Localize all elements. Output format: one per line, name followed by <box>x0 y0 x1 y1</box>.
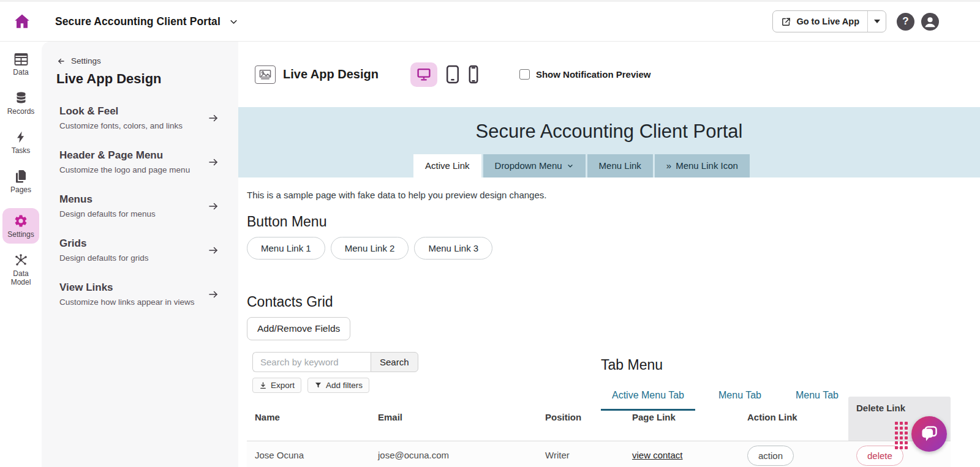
caret-down-icon <box>874 20 880 23</box>
nav-item-tasks[interactable]: Tasks <box>2 130 39 155</box>
page-menu-dropdown[interactable]: Dropdown Menu <box>483 154 586 177</box>
settings-item-title: Header & Page Menu <box>59 149 190 162</box>
device-desktop-button[interactable] <box>410 62 437 87</box>
device-toggle-group <box>410 62 479 87</box>
add-remove-fields-button[interactable]: Add/Remove Fields <box>247 317 350 340</box>
settings-item-title: View Links <box>59 282 195 294</box>
nav-item-pages[interactable]: Pages <box>2 169 39 194</box>
go-to-live-app-button[interactable]: Go to Live App <box>773 11 867 32</box>
preview-toolbar: Live App Design <box>238 42 980 107</box>
user-avatar-button[interactable] <box>921 13 939 31</box>
settings-item-grids[interactable]: Grids Design defaults for grids <box>59 237 225 263</box>
tab-menu: Active Menu Tab Menu Tab Menu Tab <box>601 390 944 411</box>
cell-position: Writer <box>545 441 632 467</box>
nav-item-data-model[interactable]: Data Model <box>2 253 39 286</box>
desktop-icon <box>416 67 432 82</box>
view-contact-link[interactable]: view contact <box>632 450 683 460</box>
nav-label: Tasks <box>12 146 31 155</box>
settings-item-title: Menus <box>59 193 156 206</box>
show-notification-checkbox[interactable] <box>519 69 530 80</box>
gear-icon <box>13 214 28 228</box>
add-filters-button[interactable]: Add filters <box>307 378 369 393</box>
download-icon <box>259 381 267 390</box>
contacts-grid-heading: Contacts Grid <box>247 294 980 310</box>
tablet-icon <box>445 65 460 84</box>
arrow-right-icon <box>206 245 220 256</box>
nav-label: Data <box>13 68 28 77</box>
external-link-icon <box>781 17 791 27</box>
preview-area: Live App Design <box>238 42 980 467</box>
menu-link-1-button[interactable]: Menu Link 1 <box>247 237 325 260</box>
tab-menu-heading: Tab Menu <box>601 357 944 373</box>
settings-item-look-and-feel[interactable]: Look & Feel Customize fonts, colors, and… <box>59 105 225 130</box>
device-phone-button[interactable] <box>468 65 479 84</box>
chevron-down-icon <box>228 17 239 27</box>
double-chevron-icon: » <box>666 160 671 171</box>
page-menu: Active Link Dropdown Menu Menu Link » Me… <box>413 154 750 177</box>
settings-item-menus[interactable]: Menus Design defaults for menus <box>59 193 225 219</box>
home-button[interactable] <box>12 12 32 31</box>
export-button[interactable]: Export <box>252 378 301 393</box>
menu-tab-label: Active Link <box>425 160 470 171</box>
settings-item-subtitle: Customize how links appear in views <box>59 297 195 307</box>
user-icon <box>921 13 939 31</box>
export-label: Export <box>271 381 295 390</box>
go-to-live-app-split-button: Go to Live App <box>772 10 886 32</box>
settings-item-header-page-menu[interactable]: Header & Page Menu Customize the logo an… <box>59 149 225 174</box>
nav-label: Data Model <box>2 269 39 286</box>
page-menu-link-icon[interactable]: » Menu Link Icon <box>655 154 750 177</box>
search-input[interactable] <box>252 352 371 372</box>
search-button[interactable]: Search <box>371 352 418 372</box>
network-icon <box>13 253 29 267</box>
settings-list: Look & Feel Customize fonts, colors, and… <box>56 105 225 307</box>
show-notification-label: Show Notification Preview <box>536 69 651 80</box>
nav-item-settings[interactable]: Settings <box>2 208 39 244</box>
topbar-actions: Go to Live App ? <box>772 10 980 32</box>
settings-item-title: Grids <box>59 237 149 250</box>
app-root: Secure Accounting Client Portal Go to Li… <box>0 0 980 467</box>
chevron-down-icon <box>567 162 574 170</box>
chat-widget-button[interactable] <box>911 416 947 452</box>
go-to-live-app-label: Go to Live App <box>796 17 859 26</box>
add-filters-label: Add filters <box>326 381 363 390</box>
app-switcher-button[interactable] <box>228 17 239 27</box>
device-tablet-button[interactable] <box>445 65 460 84</box>
tab-menu-tab-2[interactable]: Menu Tab <box>785 390 850 411</box>
menu-tab-label: Menu Link Icon <box>676 160 738 171</box>
back-link-label: Settings <box>71 56 101 65</box>
page-menu-active-link[interactable]: Active Link <box>413 154 481 177</box>
table-icon <box>13 53 29 66</box>
help-button[interactable]: ? <box>897 13 914 31</box>
settings-item-view-links[interactable]: View Links Customize how links appear in… <box>59 282 225 307</box>
column-header-email[interactable]: Email <box>378 398 545 441</box>
menu-link-3-button[interactable]: Menu Link 3 <box>414 237 492 260</box>
menu-tab-label: Dropdown Menu <box>495 160 562 171</box>
panel-title: Live App Design <box>56 71 225 87</box>
back-to-settings-link[interactable]: Settings <box>56 56 225 65</box>
tab-menu-tab-1[interactable]: Menu Tab <box>707 390 772 411</box>
column-drag-handle[interactable] <box>895 422 908 449</box>
cell-email: jose@ocuna.com <box>378 441 545 467</box>
settings-item-subtitle: Customize the logo and page menu <box>59 165 190 174</box>
question-mark-icon: ? <box>902 15 908 28</box>
top-bar: Secure Accounting Client Portal Go to Li… <box>0 0 980 42</box>
action-button[interactable]: action <box>747 446 794 466</box>
go-to-live-app-dropdown-button[interactable] <box>867 11 886 32</box>
menu-link-2-button[interactable]: Menu Link 2 <box>331 237 409 260</box>
cell-name: Jose Ocuna <box>255 441 378 467</box>
home-icon <box>13 12 31 31</box>
nav-item-records[interactable]: Records <box>2 91 39 116</box>
button-menu: Menu Link 1 Menu Link 2 Menu Link 3 <box>247 237 980 260</box>
page-menu-link[interactable]: Menu Link <box>587 154 653 177</box>
nav-item-data[interactable]: Data <box>2 53 39 77</box>
sample-note: This is a sample page with fake data to … <box>247 190 980 200</box>
nav-rail: Data Records Tasks Pages <box>0 42 42 467</box>
column-header-name[interactable]: Name <box>255 398 378 441</box>
app-body: Data Records Tasks Pages <box>0 42 980 467</box>
phone-icon <box>468 65 479 84</box>
tab-active-menu-tab[interactable]: Active Menu Tab <box>601 390 695 411</box>
filter-icon <box>314 381 322 389</box>
tab-menu-section: Tab Menu Active Menu Tab Menu Tab Menu T… <box>601 357 944 411</box>
live-app-title: Secure Accounting Client Portal <box>238 107 980 143</box>
notification-preview-toggle: Show Notification Preview <box>519 69 651 80</box>
